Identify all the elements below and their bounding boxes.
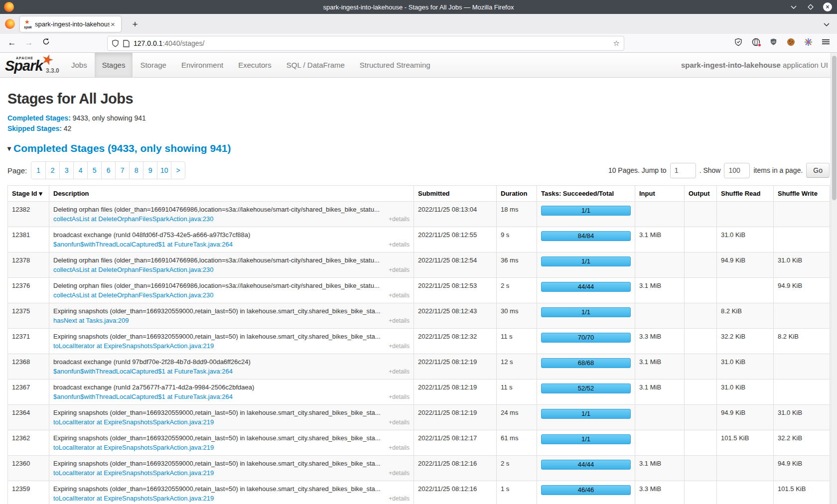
tracking-shield-icon[interactable] [112,39,119,47]
column-header-8[interactable]: Shuffle Write [774,186,830,202]
stage-callsite-link[interactable]: collectAsList at DeleteOrphanFilesSparkA… [53,291,214,299]
description-cell: Expiring snapshots (older_than=166932055… [49,303,414,329]
pocket-shield-icon[interactable] [734,37,743,46]
skipped-stages-link[interactable]: Skipped Stages: [7,125,62,132]
list-tabs-chevron-icon[interactable] [823,20,830,29]
stage-callsite-link[interactable]: toLocalIterator at ExpireSnapshotsSparkA… [53,418,214,426]
nav-item-storage[interactable]: Storage [133,53,174,77]
stage-callsite-link[interactable]: collectAsList at DeleteOrphanFilesSparkA… [53,215,214,223]
details-toggle[interactable]: +details [389,292,410,299]
bookmark-star-icon[interactable]: ☆ [613,39,620,48]
page-scrollbar[interactable] [831,53,837,504]
details-toggle[interactable]: +details [389,343,410,350]
page-title: Stages for All Jobs [7,91,830,107]
minimize-button[interactable] [789,2,798,11]
nav-item-stages[interactable]: Stages [95,53,133,77]
duration-cell: 11 s [497,379,537,405]
task-progress-label: 44/44 [578,461,594,468]
stage-callsite-link[interactable]: toLocalIterator at ExpireSnapshotsSparkA… [53,469,214,477]
page-button-5[interactable]: 5 [87,162,101,179]
page-button->[interactable]: > [171,162,185,179]
forward-button[interactable]: → [23,38,35,48]
column-header-6[interactable]: Output [685,186,717,202]
column-header-1[interactable]: Description [49,186,414,202]
jump-to-page-input[interactable] [670,163,696,178]
stage-callsite-link[interactable]: $anonfun$withThreadLocalCaptured$1 at Fu… [53,241,233,248]
completed-stages-section-toggle[interactable]: ▾Completed Stages (9433, only showing 94… [7,142,830,154]
input-cell: 3.1 MiB [635,354,685,379]
mask-extension-icon[interactable] [751,37,760,46]
description-cell: Expiring snapshots (older_than=166932055… [49,456,414,481]
duration-cell: 30 ms [497,303,537,329]
tab-close-icon[interactable]: × [111,20,115,28]
url-text[interactable]: 127.0.0.1:4040/stages/ [134,39,204,47]
tasks-cell: 44/44 [537,456,635,481]
go-button[interactable]: Go [806,163,830,178]
menu-hamburger-icon[interactable] [821,37,830,46]
page-button-9[interactable]: 9 [143,162,157,179]
firefox-icon[interactable] [5,19,15,29]
page-button-6[interactable]: 6 [101,162,115,179]
stages-table: Stage Id ▾DescriptionSubmittedDurationTa… [7,185,830,504]
column-header-0[interactable]: Stage Id ▾ [8,186,49,202]
url-bar[interactable]: 127.0.0.1:4040/stages/ ☆ [107,36,624,51]
new-tab-button[interactable]: + [129,18,141,31]
column-header-2[interactable]: Submitted [414,186,497,202]
nav-item-jobs[interactable]: Jobs [64,53,95,77]
page-button-4[interactable]: 4 [73,162,87,179]
page-button-2[interactable]: 2 [45,162,59,179]
stage-callsite-link[interactable]: toLocalIterator at ExpireSnapshotsSparkA… [53,444,214,451]
shuffle-write-cell [774,227,830,252]
completed-stages-link[interactable]: Completed Stages: [7,114,71,122]
page-button-1[interactable]: 1 [31,162,45,179]
spark-logo[interactable]: APACHE Spark ★ 3.3.0 [0,53,64,77]
nav-item-sql-dataframe[interactable]: SQL / DataFrame [279,53,352,77]
ublock-shield-icon[interactable]: u0 [769,37,778,46]
details-toggle[interactable]: +details [389,368,410,375]
details-toggle[interactable]: +details [389,470,410,477]
details-toggle[interactable]: +details [389,495,410,502]
column-header-7[interactable]: Shuffle Read [717,186,774,202]
nav-item-environment[interactable]: Environment [174,53,231,77]
page-button-10[interactable]: 10 [157,162,171,179]
cookie-extension-icon[interactable] [786,37,795,46]
details-toggle[interactable]: +details [389,317,410,324]
input-cell: 3.3 MiB [635,329,685,354]
reload-button[interactable] [40,38,52,48]
page-button-3[interactable]: 3 [59,162,73,179]
nav-item-executors[interactable]: Executors [231,53,279,77]
details-toggle[interactable]: +details [389,216,410,223]
column-header-3[interactable]: Duration [497,186,537,202]
submitted-cell: 2022/11/25 08:12:32 [414,329,497,354]
details-toggle[interactable]: +details [389,241,410,248]
column-header-4[interactable]: Tasks: Succeeded/Total [537,186,635,202]
stage-id-cell: 12362 [8,430,49,456]
close-button[interactable]: × [823,2,832,11]
stage-callsite-link[interactable]: collectAsList at DeleteOrphanFilesSparkA… [53,266,214,273]
page-info-icon[interactable] [123,40,130,47]
details-toggle[interactable]: +details [389,444,410,451]
input-cell [635,430,685,456]
stage-description: broadcast exchange (runId 97bdf70e-2f28-… [53,358,410,366]
stage-callsite-link[interactable]: toLocalIterator at ExpireSnapshotsSparkA… [53,342,214,350]
details-toggle[interactable]: +details [389,393,410,400]
table-row: 12382 Deleting orphan files (older_than=… [8,202,830,227]
page-button-8[interactable]: 8 [129,162,143,179]
nav-item-structured-streaming[interactable]: Structured Streaming [352,53,438,77]
back-button[interactable]: ← [6,38,18,48]
stage-callsite-link[interactable]: $anonfun$withThreadLocalCaptured$1 at Fu… [53,393,233,400]
page-button-7[interactable]: 7 [115,162,129,179]
details-toggle[interactable]: +details [389,266,410,273]
stage-callsite-link[interactable]: $anonfun$withThreadLocalCaptured$1 at Fu… [53,368,233,375]
tasks-cell: 68/68 [537,354,635,379]
scrollbar-thumb[interactable] [832,56,837,200]
stage-callsite-link[interactable]: toLocalIterator at ExpireSnapshotsSparkA… [53,495,214,502]
asterisk-extension-icon[interactable] [804,37,813,46]
details-toggle[interactable]: +details [389,419,410,426]
column-header-5[interactable]: Input [635,186,685,202]
stage-callsite-link[interactable]: hasNext at Tasks.java:209 [53,317,129,324]
maximize-button[interactable] [806,2,815,11]
items-per-page-input[interactable] [724,163,750,178]
stage-description: Deleting orphan files (older_than=166910… [53,206,410,213]
browser-tab[interactable]: ★spak spark-ingest-into-lakehous × [20,16,121,32]
